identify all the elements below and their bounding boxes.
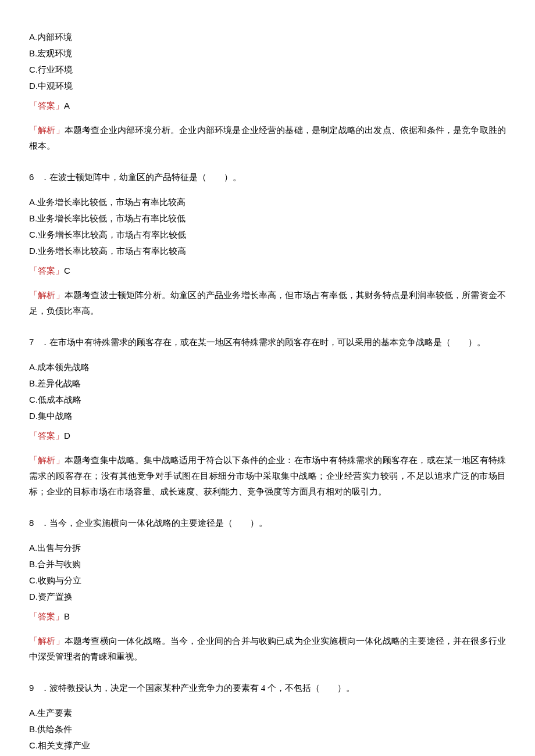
option-text: 出售与分拆 <box>37 543 81 553</box>
option-text: 集中战略 <box>38 411 73 421</box>
option-c: C.相关支撑产业 <box>29 737 506 754</box>
option-text: 业务增长率比较高，市场占有率比较低 <box>38 230 186 239</box>
option-label: C. <box>29 395 38 404</box>
option-b: B.合并与收购 <box>29 556 506 572</box>
option-label: D. <box>29 81 38 91</box>
question-number: 9 <box>29 680 41 696</box>
question-stem: 6．在波士顿矩阵中，幼童区的产品特征是（ ）。 <box>29 169 506 185</box>
option-text: 行业环境 <box>38 65 73 74</box>
option-text: 业务增长率比较低，市场占有率比较低 <box>37 214 186 223</box>
answer-label: 「答案」 <box>29 266 64 275</box>
option-label: C. <box>29 65 38 74</box>
option-label: A. <box>29 708 37 718</box>
stem-text: ．波特教授认为，决定一个国家某种产业竞争力的要素有 4 个，不包括（ ）。 <box>41 683 355 693</box>
question-8: 8．当今，企业实施横向一体化战略的主要途径是（ ）。 A.出售与分拆 B.合并与… <box>29 515 506 665</box>
answer-value: B <box>64 611 70 621</box>
explanation: 「解析」本题考查波士顿矩阵分析。幼童区的产品业务增长率高，但市场占有率低，其财务… <box>29 288 506 319</box>
option-text: 差异化战略 <box>37 379 81 388</box>
answer-line: 「答案」B <box>29 608 506 625</box>
answer-value: A <box>64 101 70 110</box>
option-text: 中观环境 <box>38 81 73 91</box>
option-text: 内部环境 <box>37 33 72 42</box>
option-a: A.内部环境 <box>29 29 506 45</box>
option-a: A.业务增长率比较低，市场占有率比较高 <box>29 194 506 210</box>
option-text: 相关支撑产业 <box>38 741 90 750</box>
stem-text: ．当今，企业实施横向一体化战略的主要途径是（ ）。 <box>41 518 268 528</box>
option-b: B.业务增长率比较低，市场占有率比较低 <box>29 210 506 227</box>
question-5-tail: A.内部环境 B.宏观环境 C.行业环境 D.中观环境 「答案」A 「解析」本题… <box>29 29 506 154</box>
question-9: 9．波特教授认为，决定一个国家某种产业竞争力的要素有 4 个，不包括（ ）。 A… <box>29 680 506 756</box>
option-label: A. <box>29 362 37 372</box>
answer-label: 「答案」 <box>29 612 64 621</box>
option-label: B. <box>29 378 37 388</box>
option-c: C.收购与分立 <box>29 572 506 589</box>
option-text: 资产置换 <box>38 592 73 601</box>
question-number: 7 <box>29 334 41 350</box>
answer-line: 「答案」C <box>29 263 506 279</box>
question-7: 7．在市场中有特殊需求的顾客存在，或在某一地区有特殊需求的顾客存在时，可以采用的… <box>29 334 506 500</box>
option-a: A.出售与分拆 <box>29 540 506 556</box>
option-c: C.行业环境 <box>29 62 506 78</box>
option-label: B. <box>29 213 37 223</box>
option-label: C. <box>29 230 38 239</box>
option-a: A.成本领先战略 <box>29 359 506 375</box>
question-6: 6．在波士顿矩阵中，幼童区的产品特征是（ ）。 A.业务增长率比较低，市场占有率… <box>29 169 506 319</box>
option-d: D.资产置换 <box>29 589 506 605</box>
answer-value: D <box>64 431 70 440</box>
option-c: C.低成本战略 <box>29 392 506 408</box>
option-label: B. <box>29 724 37 734</box>
option-label: B. <box>29 559 37 569</box>
answer-value: C <box>64 266 70 275</box>
option-text: 业务增长率比较高，市场占有率比较高 <box>38 246 186 256</box>
answer-label: 「答案」 <box>29 101 64 110</box>
answer-line: 「答案」D <box>29 428 506 444</box>
question-stem: 9．波特教授认为，决定一个国家某种产业竞争力的要素有 4 个，不包括（ ）。 <box>29 680 506 696</box>
option-text: 业务增长率比较低，市场占有率比较高 <box>37 198 186 207</box>
option-text: 收购与分立 <box>38 576 81 585</box>
option-text: 合并与收购 <box>37 560 81 569</box>
option-text: 低成本战略 <box>38 395 81 404</box>
stem-text: ．在市场中有特殊需求的顾客存在，或在某一地区有特殊需求的顾客存在时，可以采用的基… <box>41 338 486 347</box>
answer-label: 「答案」 <box>29 431 64 440</box>
option-b: B.差异化战略 <box>29 375 506 392</box>
explain-label: 「解析」 <box>29 291 65 300</box>
option-text: 生产要素 <box>37 708 72 718</box>
answer-line: 「答案」A <box>29 98 506 114</box>
option-b: B.供给条件 <box>29 721 506 737</box>
option-label: D. <box>29 411 38 421</box>
option-d: D.企业战略、产业结构和同业竞争 <box>29 754 506 756</box>
explain-label: 「解析」 <box>29 126 65 135</box>
explanation: 「解析」本题考查集中战略。集中战略适用于符合以下条件的企业：在市场中有特殊需求的… <box>29 453 506 500</box>
explanation: 「解析」本题考查横向一体化战略。当今，企业间的合并与收购已成为企业实施横向一体化… <box>29 633 506 665</box>
explain-label: 「解析」 <box>29 636 65 646</box>
explain-text: 本题考查企业内部环境分析。企业内部环境是企业经营的基础，是制定战略的出发点、依据… <box>29 126 506 151</box>
option-d: D.中观环境 <box>29 78 506 94</box>
option-label: A. <box>29 543 37 553</box>
option-d: D.集中战略 <box>29 408 506 424</box>
option-label: D. <box>29 592 38 601</box>
explain-text: 本题考查集中战略。集中战略适用于符合以下条件的企业：在市场中有特殊需求的顾客存在… <box>29 456 506 496</box>
question-stem: 8．当今，企业实施横向一体化战略的主要途径是（ ）。 <box>29 515 506 531</box>
option-label: C. <box>29 740 38 750</box>
stem-text: ．在波士顿矩阵中，幼童区的产品特征是（ ）。 <box>41 173 241 182</box>
question-stem: 7．在市场中有特殊需求的顾客存在，或在某一地区有特殊需求的顾客存在时，可以采用的… <box>29 334 506 350</box>
option-text: 供给条件 <box>37 725 72 734</box>
option-d: D.业务增长率比较高，市场占有率比较高 <box>29 243 506 259</box>
option-c: C.业务增长率比较高，市场占有率比较低 <box>29 227 506 243</box>
option-a: A.生产要素 <box>29 705 506 721</box>
explain-label: 「解析」 <box>29 456 65 465</box>
question-number: 6 <box>29 169 41 185</box>
option-label: A. <box>29 32 37 42</box>
option-label: C. <box>29 575 38 585</box>
option-label: D. <box>29 246 38 256</box>
option-text: 宏观环境 <box>37 49 72 58</box>
question-number: 8 <box>29 515 41 531</box>
explanation: 「解析」本题考查企业内部环境分析。企业内部环境是企业经营的基础，是制定战略的出发… <box>29 123 506 154</box>
option-label: A. <box>29 197 37 207</box>
option-label: B. <box>29 48 37 58</box>
explain-text: 本题考查波士顿矩阵分析。幼童区的产品业务增长率高，但市场占有率低，其财务特点是利… <box>29 291 506 316</box>
option-text: 成本领先战略 <box>37 363 90 372</box>
option-b: B.宏观环境 <box>29 45 506 62</box>
explain-text: 本题考查横向一体化战略。当今，企业间的合并与收购已成为企业实施横向一体化战略的主… <box>29 636 506 661</box>
